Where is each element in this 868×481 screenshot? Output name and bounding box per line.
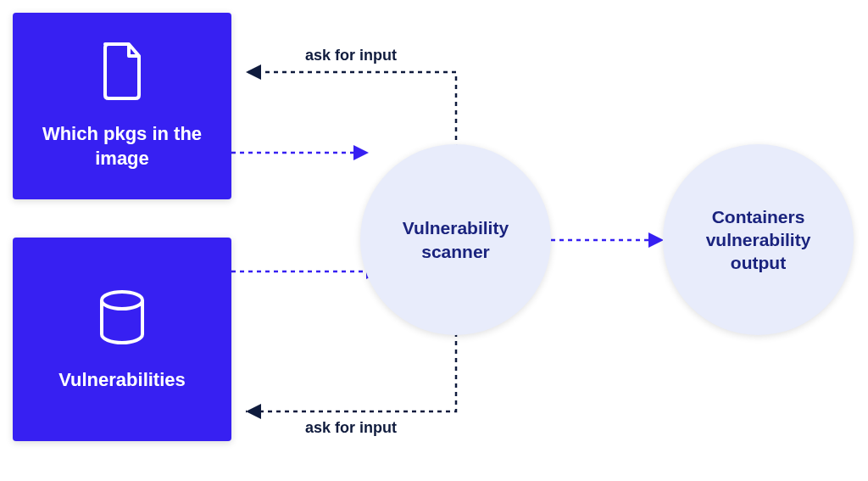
svg-marker-0 <box>246 64 261 80</box>
svg-point-5 <box>102 292 142 309</box>
output-circle: Containers vulnerability output <box>663 144 854 335</box>
svg-marker-4 <box>648 232 664 248</box>
svg-marker-2 <box>353 145 369 160</box>
pkgs-box: Which pkgs in the image <box>13 13 231 199</box>
svg-marker-1 <box>246 404 261 419</box>
pkgs-box-label: Which pkgs in the image <box>13 122 231 171</box>
edge-label-bottom: ask for input <box>305 419 397 437</box>
edge-label-top: ask for input <box>305 47 397 64</box>
scanner-label: Vulnerability scanner <box>360 216 551 263</box>
database-icon <box>95 287 149 351</box>
output-label: Containers vulnerability output <box>663 205 854 275</box>
document-icon <box>97 41 147 105</box>
vulns-box-label: Vulnerabilities <box>42 368 203 393</box>
vulns-box: Vulnerabilities <box>13 238 231 441</box>
scanner-circle: Vulnerability scanner <box>360 144 551 335</box>
